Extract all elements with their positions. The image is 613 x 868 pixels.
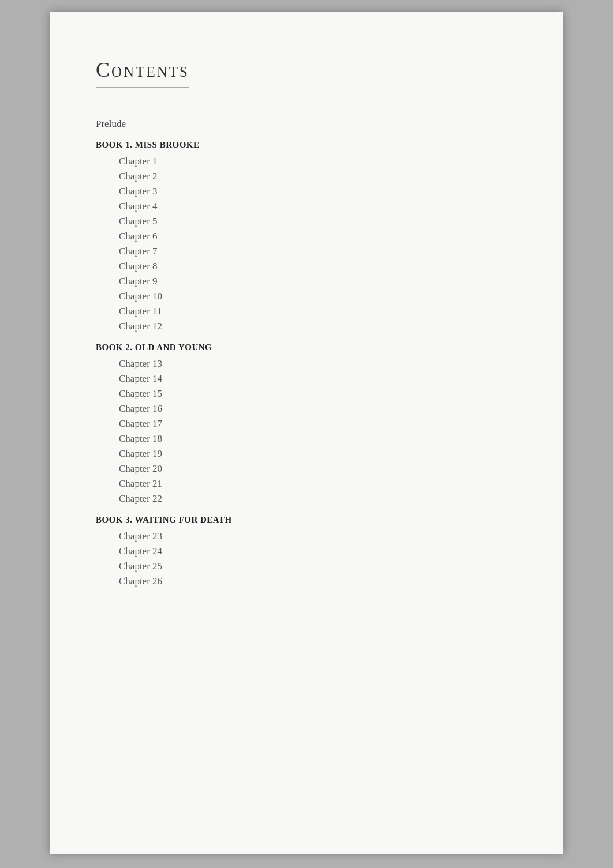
toc-chapter-item[interactable]: Chapter 11: [96, 304, 517, 319]
toc-chapter-item[interactable]: Chapter 23: [96, 529, 517, 544]
toc-container: Prelude BOOK 1. MISS BROOKEChapter 1Chap…: [96, 117, 517, 589]
book-link-3[interactable]: BOOK 3. WAITING FOR DEATH: [96, 515, 232, 524]
toc-chapter-item[interactable]: Chapter 25: [96, 559, 517, 574]
toc-chapter-item[interactable]: Chapter 8: [96, 259, 517, 274]
chapter-link[interactable]: Chapter 22: [119, 493, 162, 504]
chapter-link[interactable]: Chapter 1: [119, 156, 158, 167]
toc-chapter-item[interactable]: Chapter 18: [96, 431, 517, 446]
toc-chapter-item[interactable]: Chapter 4: [96, 199, 517, 214]
chapter-link[interactable]: Chapter 12: [119, 321, 162, 332]
toc-chapter-item[interactable]: Chapter 2: [96, 169, 517, 184]
chapter-link[interactable]: Chapter 24: [119, 546, 162, 557]
chapter-link[interactable]: Chapter 16: [119, 403, 162, 414]
chapter-link[interactable]: Chapter 19: [119, 448, 162, 459]
toc-chapter-item[interactable]: Chapter 3: [96, 184, 517, 199]
toc-chapter-item[interactable]: Chapter 21: [96, 476, 517, 491]
chapter-link[interactable]: Chapter 18: [119, 433, 162, 444]
chapter-link[interactable]: Chapter 17: [119, 418, 162, 429]
chapter-link[interactable]: Chapter 3: [119, 186, 158, 197]
toc-chapter-item[interactable]: Chapter 1: [96, 154, 517, 169]
toc-chapter-item[interactable]: Chapter 26: [96, 574, 517, 589]
chapter-link[interactable]: Chapter 8: [119, 261, 158, 272]
toc-chapter-item[interactable]: Chapter 14: [96, 371, 517, 386]
chapter-link[interactable]: Chapter 5: [119, 216, 158, 227]
page: Contents Prelude BOOK 1. MISS BROOKEChap…: [50, 12, 563, 854]
book-heading-3[interactable]: BOOK 3. WAITING FOR DEATH: [96, 513, 517, 527]
book-link-2[interactable]: BOOK 2. OLD AND YOUNG: [96, 343, 212, 352]
toc-chapter-item[interactable]: Chapter 7: [96, 244, 517, 259]
toc-chapter-item[interactable]: Chapter 5: [96, 214, 517, 229]
toc-chapter-item[interactable]: Chapter 12: [96, 319, 517, 334]
chapter-link[interactable]: Chapter 20: [119, 463, 162, 474]
toc-chapter-item[interactable]: Chapter 13: [96, 356, 517, 371]
chapter-link[interactable]: Chapter 25: [119, 561, 162, 572]
chapter-link[interactable]: Chapter 11: [119, 306, 162, 317]
chapter-link[interactable]: Chapter 7: [119, 246, 158, 257]
toc-chapter-item[interactable]: Chapter 20: [96, 461, 517, 476]
toc-chapter-item[interactable]: Chapter 22: [96, 491, 517, 506]
chapter-link[interactable]: Chapter 6: [119, 231, 158, 242]
toc-chapter-item[interactable]: Chapter 10: [96, 289, 517, 304]
chapter-link[interactable]: Chapter 13: [119, 358, 162, 369]
chapter-link[interactable]: Chapter 21: [119, 478, 162, 489]
toc-chapter-item[interactable]: Chapter 15: [96, 386, 517, 401]
chapter-link[interactable]: Chapter 15: [119, 388, 162, 399]
chapter-link[interactable]: Chapter 4: [119, 201, 158, 212]
chapter-link[interactable]: Chapter 23: [119, 531, 162, 542]
toc-chapter-item[interactable]: Chapter 9: [96, 274, 517, 289]
page-title: Contents: [96, 58, 189, 88]
chapter-link[interactable]: Chapter 14: [119, 373, 162, 384]
chapter-link[interactable]: Chapter 2: [119, 171, 158, 182]
prelude-link[interactable]: Prelude: [96, 118, 126, 129]
toc-chapter-item[interactable]: Chapter 24: [96, 544, 517, 559]
book-link-1[interactable]: BOOK 1. MISS BROOKE: [96, 140, 200, 149]
toc-chapter-item[interactable]: Chapter 6: [96, 229, 517, 244]
toc-prelude[interactable]: Prelude: [96, 117, 517, 131]
chapter-link[interactable]: Chapter 9: [119, 276, 158, 287]
toc-chapter-item[interactable]: Chapter 16: [96, 401, 517, 416]
chapter-link[interactable]: Chapter 10: [119, 291, 162, 302]
toc-chapter-item[interactable]: Chapter 17: [96, 416, 517, 431]
book-heading-1[interactable]: BOOK 1. MISS BROOKE: [96, 138, 517, 152]
chapter-link[interactable]: Chapter 26: [119, 576, 162, 587]
toc-chapter-item[interactable]: Chapter 19: [96, 446, 517, 461]
book-heading-2[interactable]: BOOK 2. OLD AND YOUNG: [96, 341, 517, 354]
